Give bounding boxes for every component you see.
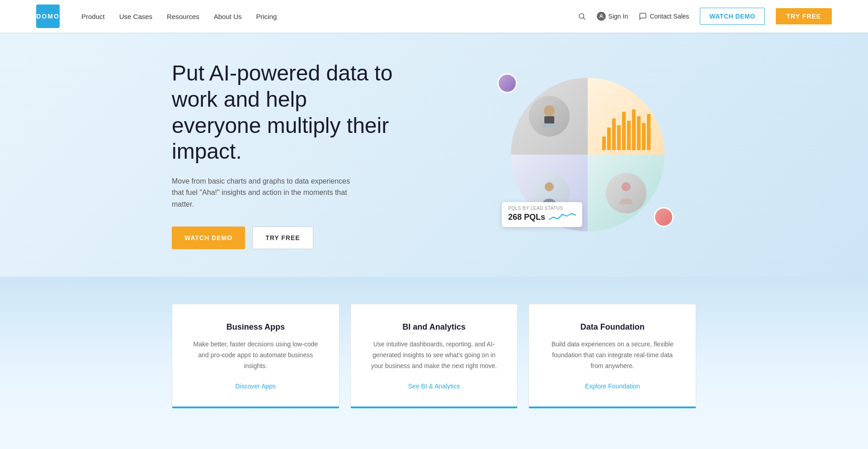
bar — [617, 125, 621, 150]
main-nav: Product Use Cases Resources About Us Pri… — [81, 13, 277, 20]
bar — [622, 112, 626, 150]
bar — [642, 123, 646, 150]
svg-rect-4 — [544, 116, 554, 123]
contact-sales-link[interactable]: Contact Sales — [639, 12, 689, 20]
header-right: Sign In Contact Sales WATCH DEMO TRY FRE… — [578, 8, 832, 25]
card-desc-2: Build data experiences on a secure, flex… — [545, 339, 679, 371]
nav-about-us[interactable]: About Us — [214, 13, 242, 20]
card-desc-1: Use intuitive dashboards, reporting, and… — [367, 339, 501, 371]
svg-line-1 — [583, 18, 585, 19]
hero-section: Put AI-powered data to work and help eve… — [0, 33, 868, 277]
search-link[interactable] — [578, 12, 586, 20]
trusted-section: TRUSTED BY U Unilever BBVA CAE — [0, 435, 868, 449]
card-0: Business Apps Make better, faster decisi… — [172, 304, 340, 408]
hero-content: Put AI-powered data to work and help eve… — [172, 60, 398, 249]
card-link-1[interactable]: See BI & Analytics — [408, 383, 460, 390]
header-left: DOMO Product Use Cases Resources About U… — [36, 5, 277, 28]
signin-link[interactable]: Sign In — [597, 12, 628, 21]
bar — [602, 137, 606, 150]
svg-point-3 — [544, 105, 555, 116]
hero-subtitle: Move from basic charts and graphs to dat… — [172, 175, 362, 210]
signin-label: Sign In — [609, 13, 628, 20]
nav-product[interactable]: Product — [81, 13, 105, 20]
card-1: BI and Analytics Use intuitive dashboard… — [350, 304, 518, 408]
card-desc-0: Make better, faster decisions using low-… — [189, 339, 323, 371]
bar — [627, 121, 631, 150]
hero-title: Put AI-powered data to work and help eve… — [172, 60, 398, 164]
nav-pricing[interactable]: Pricing — [256, 13, 277, 20]
logo[interactable]: DOMO — [36, 5, 60, 28]
spark-line — [549, 211, 576, 223]
stat-bubble: PQLS BY LEAD STATUS 268 PQLs — [502, 202, 582, 227]
svg-point-6 — [622, 182, 631, 191]
card-link-0[interactable]: Discover Apps — [236, 383, 276, 390]
logo-box: DOMO — [36, 5, 60, 28]
hero-buttons: WATCH DEMO TRY FREE — [172, 227, 398, 249]
search-icon — [578, 12, 586, 20]
bar-chart — [602, 114, 651, 150]
bar — [612, 118, 616, 150]
card-title-0: Business Apps — [189, 322, 323, 332]
bar — [637, 116, 641, 150]
avatar-floating-2 — [654, 207, 674, 227]
cards-grid: Business Apps Make better, faster decisi… — [172, 304, 696, 408]
avatar-floating-1 — [497, 73, 517, 93]
stat-bubble-value: 268 PQLs — [508, 213, 545, 222]
bar — [607, 128, 611, 150]
card-title-2: Data Foundation — [545, 322, 679, 332]
collage-person3 — [588, 155, 665, 232]
logo-text: DOMO — [36, 13, 60, 20]
chat-icon — [639, 12, 647, 20]
stat-bubble-label: PQLS BY LEAD STATUS — [508, 206, 576, 211]
bar — [647, 114, 651, 150]
collage-chart — [588, 78, 665, 155]
nav-resources[interactable]: Resources — [167, 13, 199, 20]
watch-demo-button-header[interactable]: WATCH DEMO — [700, 8, 764, 25]
account-icon — [597, 12, 606, 21]
contact-label: Contact Sales — [650, 13, 689, 20]
card-link-2[interactable]: Explore Foundation — [585, 383, 640, 390]
header: DOMO Product Use Cases Resources About U… — [0, 0, 868, 33]
bar — [632, 109, 636, 150]
try-free-button-hero[interactable]: TRY FREE — [252, 227, 313, 249]
watch-demo-button-hero[interactable]: WATCH DEMO — [172, 227, 245, 249]
collage-person1 — [511, 78, 588, 155]
svg-point-2 — [600, 14, 602, 16]
card-2: Data Foundation Build data experiences o… — [528, 304, 696, 408]
nav-use-cases[interactable]: Use Cases — [119, 13, 152, 20]
svg-point-5 — [545, 182, 554, 191]
cards-section: Business Apps Make better, faster decisi… — [0, 277, 868, 435]
svg-point-0 — [579, 14, 584, 19]
hero-visual: PQLS BY LEAD STATUS 268 PQLs — [434, 78, 741, 232]
card-title-1: BI and Analytics — [367, 322, 501, 332]
try-free-button-header[interactable]: TRY FREE — [776, 8, 832, 24]
